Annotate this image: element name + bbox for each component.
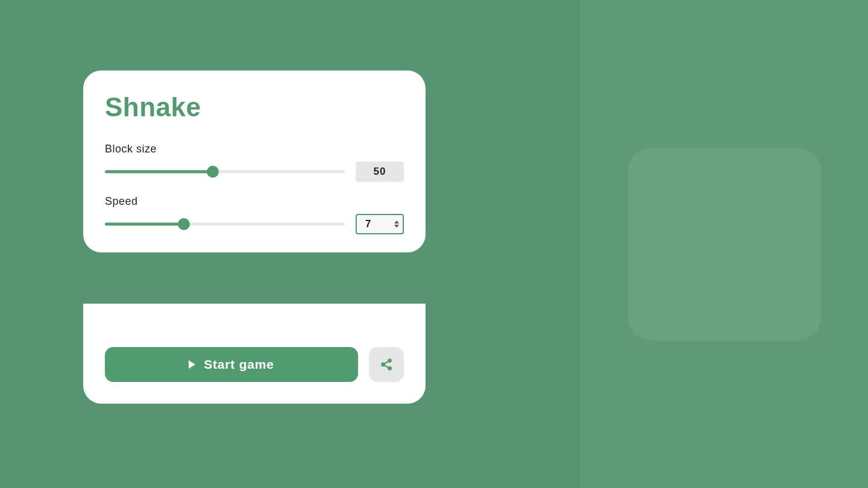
- block-size-value: 50: [356, 161, 404, 182]
- speed-input[interactable]: 7: [356, 214, 404, 234]
- svg-line-3: [385, 361, 389, 364]
- speed-control: Speed 7: [105, 195, 404, 234]
- slider-thumb[interactable]: [207, 166, 219, 178]
- preview-block: [628, 148, 821, 340]
- speed-input-value: 7: [365, 218, 371, 230]
- slider-fill: [105, 223, 184, 226]
- block-size-control: Block size 50: [105, 143, 404, 182]
- slider-thumb[interactable]: [178, 218, 190, 230]
- app-title: Shnake: [105, 92, 404, 122]
- play-icon: [189, 360, 195, 369]
- svg-line-4: [385, 365, 389, 368]
- block-size-label: Block size: [105, 143, 404, 155]
- actions-card: Start game: [83, 304, 426, 404]
- block-size-slider[interactable]: [105, 166, 345, 178]
- share-button[interactable]: [369, 347, 404, 382]
- settings-card: Shnake Block size 50 Speed 7: [83, 70, 426, 252]
- chevron-down-icon[interactable]: [394, 225, 399, 228]
- share-icon: [380, 358, 393, 371]
- speed-label: Speed: [105, 195, 404, 208]
- start-game-button[interactable]: Start game: [105, 347, 358, 382]
- speed-stepper[interactable]: [394, 221, 399, 228]
- chevron-up-icon[interactable]: [394, 221, 399, 224]
- slider-fill: [105, 170, 213, 174]
- start-game-label: Start game: [204, 357, 274, 372]
- preview-panel: [580, 0, 868, 488]
- speed-slider[interactable]: [105, 218, 345, 230]
